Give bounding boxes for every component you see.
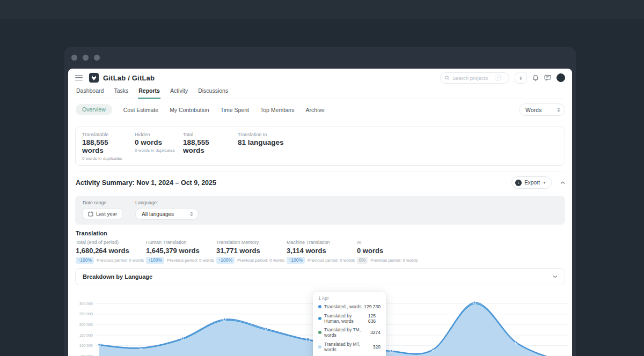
add-button[interactable]: +	[515, 72, 527, 84]
svg-text:250 000: 250 000	[79, 312, 93, 316]
chat-icon	[544, 75, 551, 81]
series-dot-icon	[318, 331, 321, 334]
svg-text:200 000: 200 000	[79, 322, 93, 326]
stat-translatable: Translatable 188,555 words 0 words in du…	[76, 132, 128, 161]
select-caret-icon	[190, 212, 193, 216]
tab-reports[interactable]: Reports	[138, 85, 160, 99]
trend-badge: ↑100%	[287, 257, 305, 264]
tooltip-date: 1 Apr	[318, 295, 380, 301]
svg-text:300 000: 300 000	[79, 301, 93, 305]
report-subtabs: Overview Cost Estimate My Contribution T…	[75, 99, 565, 120]
download-icon: ↓	[515, 180, 522, 186]
language-label: Language:	[135, 200, 199, 205]
breakdown-title: Breakdown by Language	[83, 273, 152, 280]
series-dot-icon	[318, 345, 321, 348]
translation-section: Translation Total (end of period) 1,680,…	[75, 230, 565, 264]
project-title: GitLab / GitLab	[103, 74, 155, 82]
tab-discussions[interactable]: Discussions	[197, 85, 229, 99]
tooltip-row: Translated by Human, words 125 636	[318, 313, 380, 324]
window-control-dot[interactable]	[83, 55, 89, 61]
language-filter: Language: All languages	[135, 200, 199, 220]
tooltip-row: Translated by MT, words 320	[318, 342, 380, 352]
subtab-overview[interactable]: Overview	[76, 104, 112, 115]
trend-badge: ↑100%	[146, 257, 164, 264]
unit-selector[interactable]: Words	[519, 103, 565, 116]
translation-stat-ai: AI 0 words 0%Previous period: 0 words	[357, 240, 427, 264]
tab-tasks[interactable]: Tasks	[113, 85, 129, 99]
subtab-my-contribution[interactable]: My Contribution	[170, 107, 209, 113]
subtab-time-spent[interactable]: Time Spent	[221, 107, 249, 113]
gitlab-logo-icon[interactable]	[89, 73, 99, 83]
unit-selector-value: Words	[525, 107, 541, 113]
subtab-archive[interactable]: Archive	[306, 107, 325, 113]
translation-stat-mt: Machine Translation 3,114 words ↑100%Pre…	[287, 240, 357, 264]
breakdown-by-language-card[interactable]: Breakdown by Language	[75, 268, 565, 285]
background-top-band	[0, 0, 644, 19]
activity-chart-area: 050 000100 000150 000200 000250 000300 0…	[75, 287, 565, 356]
collapse-section-icon[interactable]	[560, 181, 565, 184]
series-dot-icon	[318, 305, 321, 308]
window-control-dot[interactable]	[94, 55, 100, 61]
translation-title: Translation	[76, 230, 565, 236]
trend-badge: ↑100%	[76, 257, 94, 264]
language-select[interactable]: All languages	[135, 208, 199, 220]
bell-icon	[532, 75, 539, 81]
series-dot-icon	[318, 317, 321, 320]
search-shortcut-key: /	[495, 75, 501, 81]
user-avatar[interactable]	[557, 73, 565, 82]
subtab-top-members[interactable]: Top Members	[260, 107, 295, 113]
svg-text:100 000: 100 000	[79, 344, 93, 347]
tooltip-row: Translated by TM, words 3274	[318, 327, 380, 338]
window-controls[interactable]	[71, 55, 100, 61]
svg-text:150 000: 150 000	[79, 333, 93, 337]
messages-button[interactable]	[544, 75, 551, 81]
date-range-label: Date range	[83, 200, 122, 205]
select-caret-icon	[557, 108, 560, 112]
trend-badge: ↑100%	[216, 257, 235, 264]
app-sheet: GitLab / GitLab / +	[68, 69, 572, 356]
hamburger-menu-icon[interactable]	[75, 75, 83, 81]
chart-tooltip: 1 Apr Translated , words 129 230 Transla…	[313, 292, 386, 356]
search-icon	[445, 76, 450, 80]
chevron-down-icon: ▼	[543, 181, 546, 184]
window-control-dot[interactable]	[71, 55, 77, 61]
svg-text:50 000: 50 000	[82, 354, 93, 356]
tooltip-row: Translated , words 129 230	[318, 304, 380, 309]
export-label: Export	[524, 180, 540, 186]
translation-stat-tm: Translation Memory 31,771 words ↑100%Pre…	[216, 240, 287, 264]
summary-stats-card: Translatable 188,555 words 0 words in du…	[75, 127, 565, 166]
translation-stat-human: Human Translation 1,645,379 words ↑100%P…	[146, 240, 216, 264]
primary-nav-tabs: Dashboard Tasks Reports Activity Discuss…	[75, 84, 565, 99]
search-input[interactable]	[452, 75, 492, 81]
stat-hidden: Hidden 0 words 0 words in duplicates	[128, 132, 177, 161]
chevron-down-icon[interactable]	[553, 275, 558, 278]
translation-stat-total: Total (end of period) 1,680,264 words ↑1…	[76, 240, 146, 264]
stat-total: Total 188,555 words	[177, 132, 231, 161]
export-button[interactable]: ↓ Export ▼	[511, 176, 552, 189]
date-range-filter: Date range Last year	[83, 200, 122, 220]
activity-summary-title: Activity Summary: Nov 1, 2024 – Oct 9, 2…	[76, 179, 216, 187]
app-window: GitLab / GitLab / +	[64, 47, 576, 356]
tab-dashboard[interactable]: Dashboard	[76, 85, 104, 99]
calendar-icon	[88, 211, 93, 217]
trend-badge: 0%	[357, 257, 368, 264]
activity-summary-header: Activity Summary: Nov 1, 2024 – Oct 9, 2…	[75, 172, 565, 193]
stat-translation-to: Translation to 81 languages	[231, 132, 284, 161]
notifications-button[interactable]	[532, 75, 539, 81]
chart-filter-bar: Date range Last year Language: All langu…	[75, 196, 565, 225]
subtab-cost-estimate[interactable]: Cost Estimate	[123, 107, 158, 113]
app-header: GitLab / GitLab / +	[75, 69, 565, 84]
search-box[interactable]: /	[440, 72, 509, 84]
date-range-button[interactable]: Last year	[83, 208, 122, 219]
tab-activity[interactable]: Activity	[170, 85, 188, 99]
